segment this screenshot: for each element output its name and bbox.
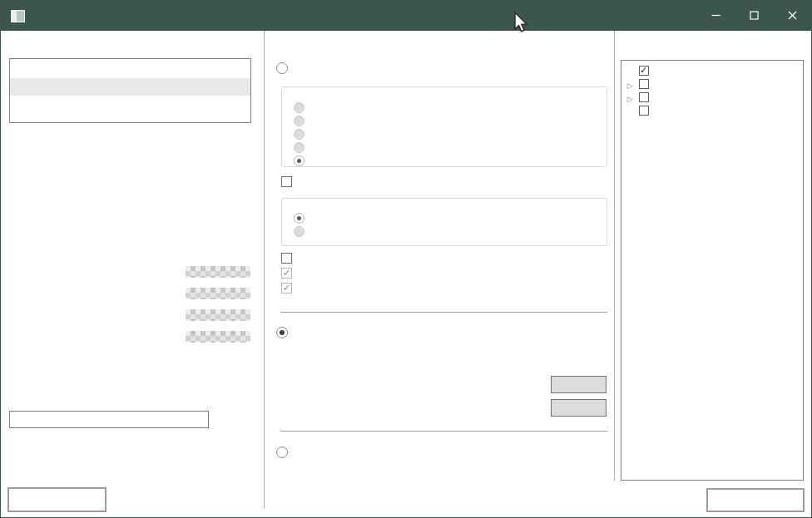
idapython-radio[interactable] — [276, 446, 288, 458]
checkbox-checked-icon — [281, 283, 292, 294]
expander-icon[interactable] — [627, 90, 633, 105]
section-separator — [280, 431, 607, 432]
checkbox-icon — [281, 176, 292, 187]
namespace-item-unity[interactable] — [621, 77, 803, 91]
radio-icon — [294, 116, 304, 126]
radio-icon-selected — [294, 155, 304, 166]
column-divider — [614, 31, 615, 481]
csharp-prototypes-radio[interactable] — [276, 62, 288, 74]
layout-groupbox — [281, 86, 607, 167]
checkbox-icon[interactable] — [639, 106, 649, 116]
type-sorting-groupbox — [281, 198, 607, 246]
redacted-value — [186, 288, 250, 299]
listbox-item[interactable] — [10, 61, 250, 78]
namespace-item-unityengineinternal[interactable] — [621, 104, 803, 117]
listbox-item-selected[interactable] — [10, 78, 250, 96]
app-window — [0, 0, 812, 518]
checkbox-checked-icon — [281, 268, 292, 279]
radio-icon — [294, 102, 304, 113]
export-button[interactable] — [706, 488, 805, 512]
checkbox-icon — [281, 253, 292, 264]
radio-icon — [294, 129, 304, 140]
bitcoin-address-input[interactable] — [9, 411, 209, 428]
checkbox-checked-icon[interactable] — [639, 66, 649, 76]
close-button[interactable] — [773, 1, 811, 31]
checkbox-icon[interactable] — [639, 92, 649, 102]
radio-icon — [294, 142, 304, 153]
back-button[interactable] — [7, 487, 106, 512]
redacted-value — [186, 331, 250, 343]
browse-unity-script-button[interactable] — [551, 399, 607, 417]
titlebar — [1, 1, 811, 31]
minimize-button[interactable] — [696, 1, 735, 31]
maximize-icon — [750, 8, 759, 23]
column-divider — [264, 31, 265, 508]
checkbox-icon[interactable] — [639, 79, 649, 89]
section-separator — [280, 312, 607, 313]
radio-icon-selected — [294, 213, 304, 224]
namespace-item-global[interactable] — [621, 64, 803, 77]
namespace-item-unityengine[interactable] — [621, 91, 803, 104]
close-icon — [788, 8, 797, 23]
redacted-value — [186, 266, 250, 278]
browse-unity-editor-button[interactable] — [551, 376, 607, 393]
maximize-button[interactable] — [735, 1, 773, 31]
app-icon — [11, 10, 25, 22]
radio-icon — [294, 226, 304, 237]
redacted-value — [186, 309, 250, 321]
namespaces-tree[interactable] — [621, 60, 804, 481]
minimize-icon — [711, 8, 720, 23]
visual-studio-radio[interactable] — [276, 327, 288, 338]
image-listbox[interactable] — [9, 58, 251, 123]
